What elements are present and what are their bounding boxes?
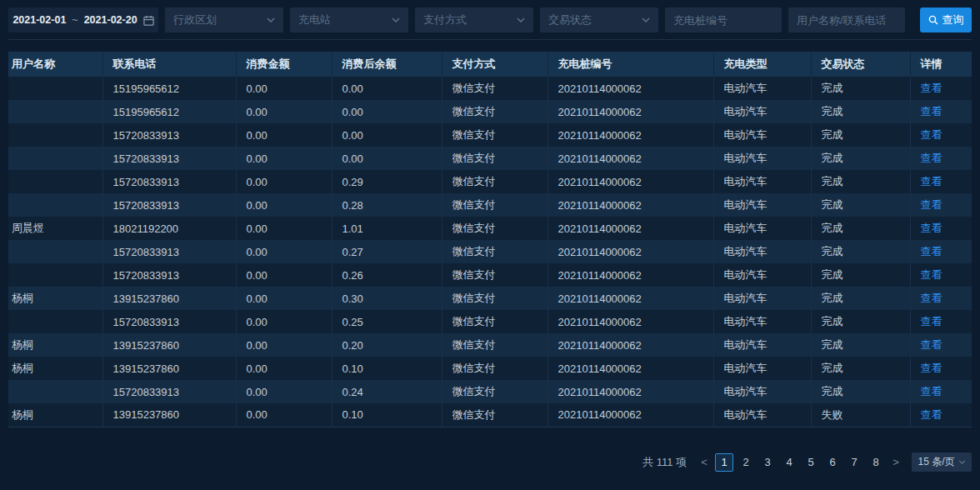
cell-amount: 0.00 (236, 193, 332, 217)
table-row: 15720833913 0.00 0.00 微信支付 2021011400006… (8, 147, 972, 170)
cell-status: 完成 (811, 333, 910, 357)
cell-balance: 0.00 (332, 147, 442, 170)
cell-balance: 0.10 (332, 357, 442, 380)
view-detail-link[interactable]: 查看 (921, 128, 942, 141)
chevron-down-icon (958, 460, 966, 464)
cell-user-name (8, 123, 102, 147)
view-detail-link[interactable]: 查看 (921, 245, 942, 258)
cell-balance: 0.10 (332, 403, 442, 427)
cell-charge-type: 电动汽车 (713, 263, 811, 287)
cell-payment: 微信支付 (442, 77, 548, 100)
cell-phone: 18021192200 (102, 217, 236, 240)
cell-charge-type: 电动汽车 (713, 287, 811, 310)
cell-user-name (8, 77, 102, 100)
view-detail-link[interactable]: 查看 (921, 385, 942, 398)
prev-page-button[interactable]: < (697, 453, 712, 472)
search-button[interactable]: 查询 (920, 8, 972, 32)
cell-charge-type: 电动汽车 (713, 333, 811, 357)
table-row: 15195965612 0.00 0.00 微信支付 2021011400006… (8, 100, 972, 123)
cell-charge-type: 电动汽车 (713, 123, 811, 147)
cell-payment: 微信支付 (442, 240, 548, 263)
page-number-button-3[interactable]: 3 (758, 453, 777, 472)
cell-pile-number: 20210114000062 (548, 333, 713, 357)
transaction-records-page: 2021-02-01 ~ 2021-02-20 行政区划 充电站 支付方式 交易… (0, 0, 980, 472)
cell-amount: 0.00 (236, 147, 332, 170)
cell-phone: 15720833913 (102, 380, 236, 403)
page-number-button-1[interactable]: 1 (715, 453, 733, 472)
page-number-button-6[interactable]: 6 (823, 453, 842, 472)
cell-charge-type: 电动汽车 (713, 193, 811, 217)
cell-status: 完成 (811, 380, 910, 403)
cell-balance: 0.26 (332, 263, 442, 287)
cell-user-name (8, 380, 102, 403)
column-header-0: 用户名称 (8, 52, 102, 77)
select-payment-method[interactable]: 支付方式 (415, 8, 533, 32)
cell-amount: 0.00 (236, 100, 332, 123)
view-detail-link[interactable]: 查看 (921, 222, 942, 234)
page-size-label: 15 条/页 (918, 455, 954, 469)
cell-status: 完成 (811, 357, 910, 380)
cell-payment: 微信支付 (442, 333, 548, 357)
view-detail-link[interactable]: 查看 (921, 292, 942, 304)
cell-detail: 查看 (910, 357, 972, 380)
date-end: 2021-02-20 (84, 14, 138, 26)
view-detail-link[interactable]: 查看 (921, 408, 942, 421)
cell-detail: 查看 (910, 310, 972, 333)
cell-charge-type: 电动汽车 (713, 170, 811, 193)
view-detail-link[interactable]: 查看 (921, 362, 942, 374)
cell-detail: 查看 (910, 287, 972, 310)
cell-user-name (8, 100, 102, 123)
select-admin-region[interactable]: 行政区划 (165, 8, 283, 32)
cell-charge-type: 电动汽车 (713, 217, 811, 240)
cell-user-name (8, 310, 102, 333)
search-icon (928, 15, 938, 25)
view-detail-link[interactable]: 查看 (921, 198, 942, 211)
page-number-button-8[interactable]: 8 (867, 453, 885, 472)
select-charging-station[interactable]: 充电站 (290, 8, 408, 32)
cell-amount: 0.00 (236, 357, 332, 380)
page-number-button-4[interactable]: 4 (780, 453, 798, 472)
cell-status: 完成 (811, 287, 910, 310)
date-range-picker[interactable]: 2021-02-01 ~ 2021-02-20 (8, 8, 158, 32)
select-transaction-status[interactable]: 交易状态 (540, 8, 658, 32)
cell-status: 完成 (811, 100, 910, 123)
cell-pile-number: 20210114000062 (548, 100, 713, 123)
cell-payment: 微信支付 (442, 170, 548, 193)
cell-detail: 查看 (910, 217, 972, 240)
cell-phone: 13915237860 (102, 287, 236, 310)
view-detail-link[interactable]: 查看 (921, 105, 942, 118)
cell-phone: 15720833913 (102, 170, 236, 193)
user-name-phone-input[interactable] (788, 8, 905, 32)
pagination-bar: 共 111 项 < 12345678 > 15 条/页 (8, 452, 972, 472)
view-detail-link[interactable]: 查看 (921, 338, 942, 351)
pile-number-input[interactable] (665, 8, 782, 32)
view-detail-link[interactable]: 查看 (921, 82, 942, 94)
cell-payment: 微信支付 (442, 263, 548, 287)
cell-amount: 0.00 (236, 380, 332, 403)
page-number-button-2[interactable]: 2 (737, 453, 755, 472)
table-row: 15720833913 0.00 0.25 微信支付 2021011400006… (8, 310, 972, 333)
cell-balance: 0.00 (332, 100, 442, 123)
cell-status: 完成 (811, 240, 910, 263)
cell-phone: 15720833913 (102, 193, 236, 217)
cell-balance: 0.27 (332, 240, 442, 263)
cell-phone: 15720833913 (102, 240, 236, 263)
cell-amount: 0.00 (236, 287, 332, 310)
cell-detail: 查看 (910, 170, 972, 193)
cell-detail: 查看 (910, 147, 972, 170)
cell-phone: 15720833913 (102, 123, 236, 147)
view-detail-link[interactable]: 查看 (921, 268, 942, 281)
view-detail-link[interactable]: 查看 (921, 152, 942, 164)
cell-user-name (8, 170, 102, 193)
filter-table-divider (8, 39, 972, 40)
table-row: 15720833913 0.00 0.26 微信支付 2021011400006… (8, 263, 972, 287)
next-page-button[interactable]: > (888, 453, 903, 472)
table-header-row: 用户名称联系电话消费金额消费后余额支付方式充电桩编号充电类型交易状态详情 (8, 52, 972, 77)
view-detail-link[interactable]: 查看 (921, 315, 942, 328)
cell-pile-number: 20210114000062 (548, 217, 713, 240)
page-number-button-7[interactable]: 7 (845, 453, 863, 472)
select-admin-region-label: 行政区划 (173, 12, 267, 28)
page-number-button-5[interactable]: 5 (802, 453, 820, 472)
page-size-select[interactable]: 15 条/页 (912, 452, 972, 472)
view-detail-link[interactable]: 查看 (921, 175, 942, 188)
